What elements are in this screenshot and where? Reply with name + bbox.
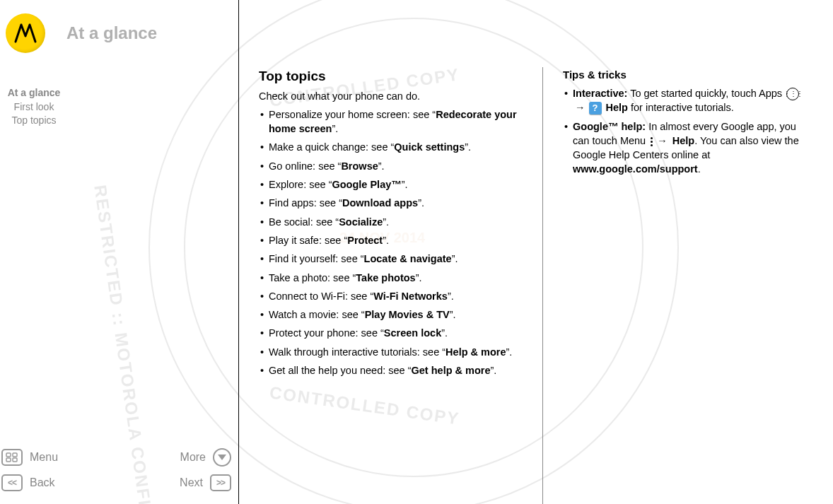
tip-lead: Interactive: — [573, 88, 627, 99]
topic-item: Be social: see “Socialize”. — [259, 215, 523, 229]
back-button[interactable]: << Back — [1, 474, 55, 491]
svg-rect-0 — [6, 453, 11, 457]
svg-rect-1 — [13, 453, 17, 457]
main-content: Top topics Check out what your phone can… — [239, 0, 833, 504]
table-of-contents: At a glanceFirst lookTop topics — [0, 86, 238, 128]
topic-item: Walk through interactive tutorials: see … — [259, 345, 523, 359]
next-button[interactable]: >> Next — [180, 474, 231, 491]
motorola-logo-icon — [6, 13, 45, 53]
topic-link[interactable]: Protect — [347, 235, 383, 246]
sidebar: At a glance At a glanceFirst lookTop top… — [0, 0, 239, 504]
menu-button[interactable]: Menu — [1, 449, 58, 466]
topic-item: Play it safe: see “Protect”. — [259, 233, 523, 247]
apps-icon: ⋮⋮⋮ — [786, 88, 799, 100]
menu-label: Menu — [30, 451, 58, 464]
topic-item: Watch a movie: see “Play Movies & TV”. — [259, 307, 523, 322]
section-heading: Top topics — [259, 67, 523, 86]
topic-link[interactable]: Browse — [341, 160, 378, 172]
arrow-icon: → — [575, 102, 586, 113]
help-icon: ? — [589, 102, 602, 115]
tip-item: Interactive: To get started quickly, tou… — [563, 86, 813, 115]
tip-lead: Google™ help: — [573, 121, 646, 132]
more-label: More — [180, 451, 206, 464]
topic-link[interactable]: Wi-Fi Networks — [373, 291, 448, 302]
topic-link[interactable]: Play Movies & TV — [365, 309, 450, 320]
menu-dots-icon — [651, 137, 653, 146]
topic-item: Take a photo: see “Take photos”. — [259, 271, 523, 285]
page-navigation: Menu More << Back >> Next — [1, 446, 231, 497]
support-url: www.google.com/support — [573, 163, 698, 175]
tip-item: Google™ help: In almost every Google app… — [563, 119, 813, 177]
back-icon: << — [1, 474, 23, 491]
svg-rect-3 — [13, 458, 17, 462]
topic-link[interactable]: Take photos — [356, 272, 415, 283]
back-label: Back — [30, 476, 55, 489]
topic-item: Make a quick change: see “Quick settings… — [259, 140, 523, 154]
topic-item: Find it yourself: see “Locate & navigate… — [259, 252, 523, 266]
tips-heading: Tips & tricks — [563, 67, 813, 82]
topic-link[interactable]: Google Play™ — [332, 179, 401, 190]
page-title: At a glance — [66, 23, 157, 43]
topic-link[interactable]: Socialize — [339, 216, 383, 228]
menu-icon — [1, 449, 23, 466]
topic-item: Find apps: see “Download apps”. — [259, 196, 523, 210]
topic-link[interactable]: Download apps — [342, 197, 418, 209]
topic-link[interactable]: Help & more — [445, 346, 506, 358]
topic-item: Explore: see “Google Play™”. — [259, 177, 523, 192]
tips-list: Interactive: To get started quickly, tou… — [563, 86, 813, 177]
topic-item: Go online: see “Browse”. — [259, 159, 523, 173]
more-icon — [213, 448, 231, 467]
section-intro: Check out what your phone can do. — [259, 89, 523, 103]
topic-link[interactable]: Get help & more — [412, 365, 491, 376]
svg-rect-2 — [6, 458, 11, 462]
more-button[interactable]: More — [180, 448, 231, 467]
next-label: Next — [180, 476, 203, 489]
topic-item: Protect your phone: see “Screen lock”. — [259, 326, 523, 340]
toc-item[interactable]: Top topics — [0, 114, 68, 128]
topic-item: Personalize your home screen: see “Redec… — [259, 107, 523, 136]
help-label: Help — [603, 102, 628, 113]
topic-link[interactable]: Quick settings — [394, 141, 465, 153]
toc-item[interactable]: First look — [0, 100, 68, 115]
toc-item[interactable]: At a glance — [0, 86, 68, 100]
topic-item: Get all the help you need: see “Get help… — [259, 363, 523, 377]
next-icon: >> — [210, 474, 231, 491]
arrow-icon: → — [657, 135, 668, 146]
topic-link[interactable]: Locate & navigate — [364, 253, 452, 264]
help-word: Help — [670, 135, 694, 146]
topic-link[interactable]: Screen lock — [384, 327, 441, 339]
topic-list: Personalize your home screen: see “Redec… — [259, 107, 523, 377]
topic-item: Connect to Wi-Fi: see “Wi-Fi Networks”. — [259, 289, 523, 303]
